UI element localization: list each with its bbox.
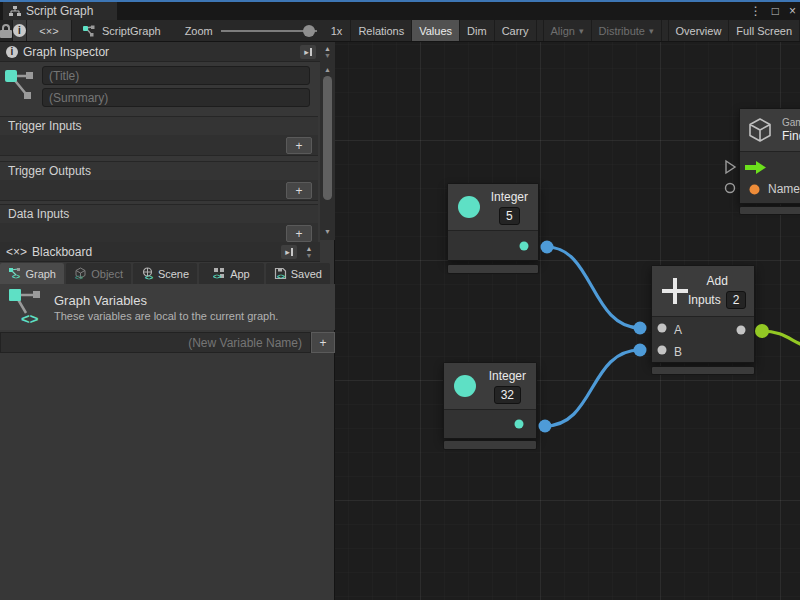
name-port-row[interactable]: Name — [740, 178, 800, 200]
node-title: Integer — [489, 369, 526, 383]
graph-title-field[interactable] — [42, 66, 310, 85]
integer-node-5[interactable]: Integer 5 — [447, 183, 539, 261]
add-variable-button[interactable]: + — [311, 332, 335, 353]
info-icon: i — [13, 24, 26, 37]
port-b-row[interactable]: B — [652, 341, 754, 363]
popout-icon[interactable]: ▸ — [300, 45, 316, 59]
window-menu-icon[interactable]: ⋮ — [750, 2, 762, 20]
panel-scroll-arrows[interactable]: ▲▼ — [302, 245, 316, 259]
tab-script-graph[interactable]: Script Graph — [3, 2, 117, 20]
zoom-slider-knob[interactable] — [303, 25, 315, 37]
node-subtitle: Game Object — [782, 117, 800, 128]
graph-toolbar: i <×> ScriptGraph Zoom 1x Relations Valu… — [0, 20, 800, 42]
node-title: Find — [782, 129, 800, 143]
port-a-row[interactable]: A — [652, 319, 754, 341]
add-node[interactable]: Add Inputs 2 A B — [651, 265, 755, 363]
integer-value-field[interactable]: 32 — [494, 386, 521, 404]
wire-endpoint — [541, 241, 554, 254]
integer-node-32[interactable]: Integer 32 — [443, 362, 537, 439]
align-dropdown[interactable]: Align▾ — [544, 20, 592, 41]
graph-variables-icon: <> — [8, 287, 44, 327]
trigger-outputs-list: + — [0, 180, 318, 201]
fullscreen-button[interactable]: Full Screen — [729, 20, 800, 41]
inspector-toggle-button[interactable]: i — [12, 20, 26, 41]
add-data-input-button[interactable]: + — [286, 225, 312, 242]
section-label: Trigger Outputs — [0, 162, 318, 180]
zoom-value: 1x — [331, 25, 343, 37]
focus-indicator — [0, 0, 800, 2]
tab-scene[interactable]: <> Scene — [133, 263, 197, 284]
data-inputs-section: Data Inputs — [0, 204, 318, 224]
node-footer — [443, 440, 537, 450]
close-icon[interactable]: × — [789, 2, 796, 20]
zoom-control: Zoom 1x — [171, 20, 343, 41]
tab-app[interactable]: <> App — [199, 263, 263, 284]
new-variable-row: + — [0, 332, 335, 353]
popout-icon[interactable]: ▸ — [281, 245, 297, 259]
scrollbar-thumb[interactable] — [323, 76, 332, 200]
blackboard-tabs: <> Graph <> Object <> Scene — [0, 263, 330, 284]
svg-text:<>: <> — [277, 273, 285, 280]
node-footer — [651, 366, 755, 375]
values-button[interactable]: Values — [412, 20, 460, 41]
gameobject-find-node[interactable]: Game Object Find Name — [739, 108, 800, 204]
breadcrumb[interactable]: ScriptGraph — [71, 20, 171, 41]
wire-endpoint — [755, 324, 769, 338]
zoom-slider[interactable] — [221, 30, 317, 32]
node-title: Integer — [491, 190, 528, 204]
relations-button[interactable]: Relations — [351, 20, 412, 41]
chevron-down-icon: ▾ — [579, 26, 584, 36]
dim-button[interactable]: Dim — [460, 20, 495, 41]
integer-value-field[interactable]: 5 — [499, 207, 520, 225]
graph-variables-icon — [4, 68, 38, 108]
inputs-count-field[interactable]: 2 — [726, 291, 747, 309]
svg-text:<>: <> — [145, 274, 153, 280]
window-title: Script Graph — [26, 4, 93, 18]
svg-text:<>: <> — [21, 310, 39, 327]
breadcrumb-label: ScriptGraph — [102, 25, 161, 37]
graph-variables-heading: Graph Variables — [54, 293, 278, 308]
node-footer — [447, 264, 539, 274]
scene-icon: <> — [141, 267, 154, 280]
wire-endpoint — [634, 322, 647, 335]
tab-graph[interactable]: <> Graph — [0, 263, 64, 284]
new-variable-input[interactable] — [0, 332, 311, 353]
sidebar: i Graph Inspector ▸ ▲▼ ▲ ▼ Trigger Input… — [0, 42, 335, 600]
variables-toggle-button[interactable]: <×> — [26, 20, 71, 41]
wire-endpoint — [539, 420, 552, 433]
graph-canvas[interactable]: Integer 5 Integer 32 — [335, 42, 800, 600]
overview-button[interactable]: Overview — [669, 20, 730, 41]
section-label: Trigger Inputs — [0, 117, 318, 135]
flow-input-port[interactable] — [740, 156, 800, 178]
graph-icon: <> — [8, 267, 21, 280]
maximize-icon[interactable]: □ — [772, 2, 779, 20]
wire-add-output — [762, 331, 800, 347]
graph-variables-info: <> Graph Variables These variables are l… — [0, 284, 335, 330]
add-trigger-input-button[interactable]: + — [286, 137, 312, 154]
blackboard-header: <×> Blackboard ▸ ▲▼ — [0, 242, 320, 262]
svg-text:<>: <> — [12, 273, 20, 280]
graph-inspector-header: i Graph Inspector ▸ — [0, 42, 320, 62]
integer-type-icon — [453, 374, 477, 398]
blackboard-icon: <×> — [6, 245, 27, 259]
distribute-dropdown[interactable]: Distribute▾ — [592, 20, 662, 41]
tab-object[interactable]: <> Object — [66, 263, 130, 284]
panel-scroll-arrows[interactable]: ▲▼ — [320, 45, 335, 59]
script-graph-window: Script Graph ⋮ □ × i <×> ScriptGraph — [0, 0, 800, 600]
lock-icon — [0, 24, 12, 38]
data-inputs-list: + — [0, 223, 318, 244]
scroll-up-icon[interactable]: ▲ — [320, 66, 335, 73]
tab-saved[interactable]: <> Saved — [266, 263, 330, 284]
scroll-down-icon[interactable]: ▼ — [320, 228, 335, 235]
node-footer — [739, 206, 800, 215]
gameobject-cube-icon — [746, 116, 774, 144]
add-trigger-output-button[interactable]: + — [286, 182, 312, 199]
graph-summary-field[interactable] — [42, 88, 310, 107]
svg-text:<>: <> — [75, 274, 83, 280]
zoom-label: Zoom — [185, 25, 213, 37]
graph-inspector-title: Graph Inspector — [23, 45, 109, 59]
lock-button[interactable] — [0, 20, 12, 41]
inspector-scrollbar[interactable]: ▲▼ ▲ ▼ — [320, 42, 335, 240]
carry-button[interactable]: Carry — [495, 20, 537, 41]
save-icon: <> — [274, 267, 287, 280]
